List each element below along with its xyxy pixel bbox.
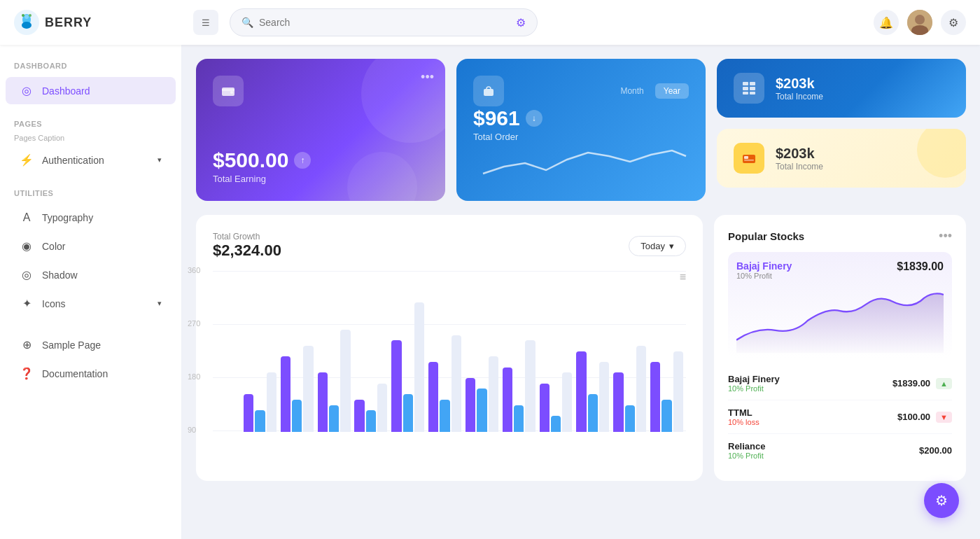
order-tab-toggle: Month Year	[612, 83, 689, 99]
bar-blue	[403, 394, 413, 432]
chart-filter-button[interactable]: Today ▾	[629, 236, 686, 256]
income-top-icon	[734, 73, 764, 104]
stock-row-reliance: Reliance 10% Profit $200.00	[728, 434, 952, 467]
pages-caption: Pages Caption	[0, 134, 181, 145]
sidebar-item-shadow[interactable]: ◎ Shadow	[6, 261, 176, 288]
earning-card-icon	[213, 76, 244, 106]
sidebar-item-label: Sample Page	[42, 340, 101, 351]
bar-blue	[366, 410, 376, 432]
svg-rect-10	[222, 89, 234, 91]
bar-group	[428, 335, 461, 432]
avatar-image	[907, 10, 932, 35]
stock-name: Reliance	[728, 441, 765, 451]
bar-purple	[650, 362, 660, 432]
sidebar-item-label: Documentation	[42, 368, 108, 379]
sidebar-item-dashboard[interactable]: ◎ Dashboard	[6, 77, 176, 104]
shadow-icon: ◎	[20, 268, 34, 281]
card-order: Month Year $961 ↓ Total Order	[456, 59, 706, 201]
sidebar-item-documentation[interactable]: ❓ Documentation	[6, 360, 176, 387]
bar-group	[318, 330, 351, 432]
bar-light	[525, 340, 535, 432]
bar-light	[414, 302, 424, 432]
svg-rect-14	[750, 82, 755, 85]
sidebar-item-typography[interactable]: A Typography	[6, 204, 176, 231]
bar-purple	[540, 384, 550, 432]
sidebar-item-color[interactable]: ◉ Color	[6, 232, 176, 260]
stock-name: TTML	[728, 407, 760, 418]
sidebar-item-icons[interactable]: ✦ Icons ▾	[6, 290, 176, 317]
chevron-down-icon: ▾	[158, 155, 162, 164]
bar-blue	[440, 400, 449, 432]
bars-container	[241, 271, 686, 432]
stock-price: $1839.00	[892, 378, 930, 388]
earning-amount: $500.00 ↑	[213, 148, 428, 172]
bar-light	[673, 351, 683, 432]
sidebar-item-authentication[interactable]: ⚡ Authentication ▾	[6, 146, 176, 174]
svg-rect-12	[484, 89, 493, 96]
bar-group	[244, 372, 276, 432]
earning-card-menu[interactable]: •••	[421, 70, 434, 85]
stock-row-bajaj: Bajaj Finery 10% Profit $1839.00 ▲	[728, 367, 952, 400]
utilities-section-title: Utilities	[0, 186, 181, 203]
notifications-button[interactable]: 🔔	[874, 10, 899, 35]
chart-amount: $2,324.00	[213, 241, 281, 260]
order-label: Total Order	[473, 132, 689, 142]
search-icon: 🔍	[241, 17, 253, 28]
color-icon: ◉	[20, 239, 34, 253]
bar-chart: 360 270 180 90	[213, 271, 686, 453]
auth-icon: ⚡	[20, 153, 34, 167]
bar-light	[489, 356, 498, 432]
bar-light	[377, 384, 387, 432]
chart-title: Total Growth	[213, 232, 281, 241]
sample-page-icon: ⊕	[20, 338, 34, 351]
earning-label: Total Earning	[213, 174, 428, 184]
chevron-down-icon: ▾	[158, 299, 162, 308]
bar-group	[503, 340, 536, 432]
chart-filter-label: Today	[640, 241, 665, 251]
svg-rect-17	[743, 92, 748, 94]
cashier-icon	[741, 150, 757, 166]
settings-button[interactable]: ⚙	[941, 10, 966, 35]
settings-icon: ⚙	[948, 16, 958, 29]
stock-list: Bajaj Finery 10% Profit $1839.00 ▲ TTML …	[728, 367, 952, 467]
order-wave-chart	[473, 142, 689, 184]
sidebar-item-sample-page[interactable]: ⊕ Sample Page	[6, 331, 176, 358]
stock-badge-down: ▼	[936, 412, 952, 423]
menu-button[interactable]: ☰	[193, 10, 218, 35]
stock-featured-price: $1839.00	[897, 260, 944, 273]
search-input[interactable]	[259, 17, 510, 28]
bar-group	[576, 351, 609, 432]
header-actions: 🔔 ⚙	[874, 10, 966, 35]
avatar[interactable]	[907, 10, 932, 35]
stock-profit: 10% Profit	[728, 451, 765, 460]
tab-year[interactable]: Year	[655, 83, 689, 99]
tab-month[interactable]: Month	[612, 83, 652, 99]
bar-blue	[588, 394, 598, 432]
icons-icon: ✦	[20, 297, 34, 310]
bar-light	[636, 346, 646, 432]
fab-button[interactable]: ⚙	[924, 483, 959, 518]
bar-light	[303, 346, 313, 432]
earning-badge: ↑	[294, 152, 311, 169]
stocks-menu-icon[interactable]: •••	[939, 229, 952, 244]
stocks-card: Popular Stocks ••• Bajaj Finery 10% Prof…	[714, 215, 966, 481]
top-cards: $500.00 ↑ Total Earning •••	[196, 59, 966, 201]
svg-rect-18	[750, 92, 755, 94]
bar-group	[391, 302, 424, 432]
stocks-title: Popular Stocks	[728, 230, 804, 242]
card-income-top: $203k Total Income	[717, 59, 966, 118]
card-income-bottom: $203k Total Income	[717, 129, 966, 188]
filter-icon[interactable]: ⚙	[516, 16, 526, 29]
order-amount: $961 ↓	[473, 106, 689, 130]
sidebar-item-label: Shadow	[42, 270, 78, 281]
income-top-label: Total Income	[776, 92, 823, 102]
bar-group	[281, 346, 314, 432]
svg-rect-15	[743, 87, 748, 90]
bar-purple	[318, 372, 328, 432]
bar-blue	[551, 416, 561, 432]
header: BERRY ☰ 🔍 ⚙ 🔔 ⚙	[0, 0, 980, 45]
income-top-amount: $203k	[776, 76, 823, 92]
stock-profit: 10% loss	[728, 418, 760, 426]
stock-row-ttml: TTML 10% loss $100.00 ▼	[728, 400, 952, 434]
bar-blue	[514, 405, 524, 432]
